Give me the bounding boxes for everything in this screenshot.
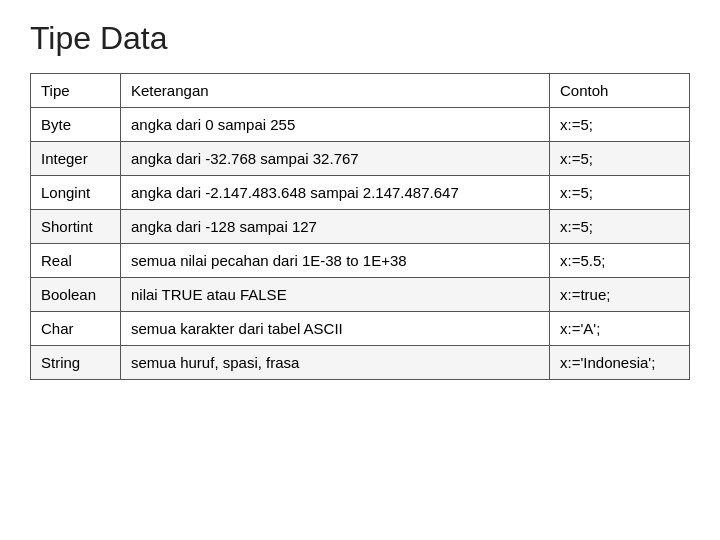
cell-keterangan: nilai TRUE atau FALSE [121, 278, 550, 312]
cell-tipe: Integer [31, 142, 121, 176]
page-title: Tipe Data [30, 20, 690, 57]
cell-tipe: Longint [31, 176, 121, 210]
cell-tipe: Real [31, 244, 121, 278]
cell-keterangan: angka dari -32.768 sampai 32.767 [121, 142, 550, 176]
table-row: Stringsemua huruf, spasi, frasax:='Indon… [31, 346, 690, 380]
header-keterangan: Keterangan [121, 74, 550, 108]
cell-keterangan: semua huruf, spasi, frasa [121, 346, 550, 380]
cell-contoh: x:=5; [550, 210, 690, 244]
cell-contoh: x:=5; [550, 108, 690, 142]
table-row: Integerangka dari -32.768 sampai 32.767x… [31, 142, 690, 176]
header-tipe: Tipe [31, 74, 121, 108]
cell-contoh: x:=5; [550, 142, 690, 176]
table-row: Booleannilai TRUE atau FALSEx:=true; [31, 278, 690, 312]
cell-contoh: x:='A'; [550, 312, 690, 346]
cell-tipe: String [31, 346, 121, 380]
table-row: Realsemua nilai pecahan dari 1E-38 to 1E… [31, 244, 690, 278]
cell-keterangan: semua karakter dari tabel ASCII [121, 312, 550, 346]
table-row: Longintangka dari -2.147.483.648 sampai … [31, 176, 690, 210]
cell-keterangan: semua nilai pecahan dari 1E-38 to 1E+38 [121, 244, 550, 278]
table-row: Byteangka dari 0 sampai 255x:=5; [31, 108, 690, 142]
table-row: Charsemua karakter dari tabel ASCIIx:='A… [31, 312, 690, 346]
cell-tipe: Shortint [31, 210, 121, 244]
cell-keterangan: angka dari -2.147.483.648 sampai 2.147.4… [121, 176, 550, 210]
data-type-table: Tipe Keterangan Contoh Byteangka dari 0 … [30, 73, 690, 380]
cell-contoh: x:=5; [550, 176, 690, 210]
table-row: Shortintangka dari -128 sampai 127x:=5; [31, 210, 690, 244]
cell-keterangan: angka dari -128 sampai 127 [121, 210, 550, 244]
cell-keterangan: angka dari 0 sampai 255 [121, 108, 550, 142]
header-contoh: Contoh [550, 74, 690, 108]
cell-contoh: x:=5.5; [550, 244, 690, 278]
cell-tipe: Char [31, 312, 121, 346]
cell-tipe: Boolean [31, 278, 121, 312]
cell-contoh: x:=true; [550, 278, 690, 312]
cell-tipe: Byte [31, 108, 121, 142]
cell-contoh: x:='Indonesia'; [550, 346, 690, 380]
